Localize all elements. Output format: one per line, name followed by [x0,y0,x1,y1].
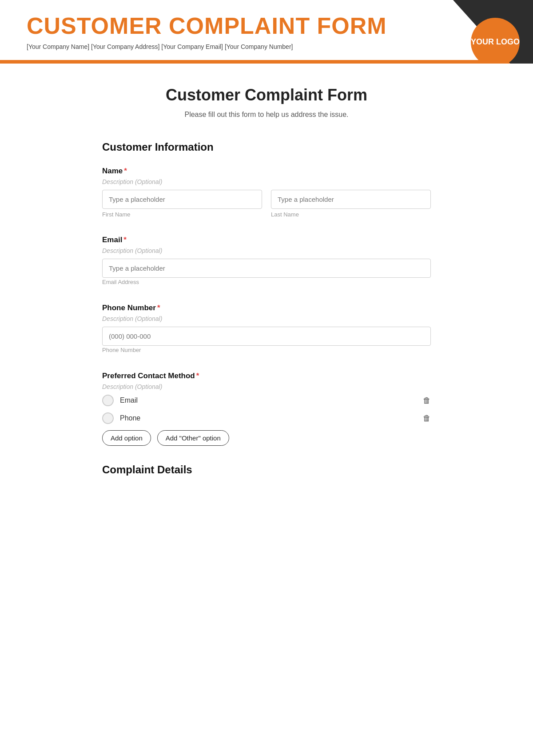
main-content: Customer Complaint Form Please fill out … [67,64,466,498]
first-name-sub-label: First Name [102,211,262,218]
name-required-star: * [124,167,127,175]
email-sub-label: Email Address [102,279,139,285]
email-label: Email* [102,236,431,244]
email-description: Description (Optional) [102,247,431,254]
delete-email-option-icon[interactable]: 🗑 [423,396,431,405]
phone-required-star: * [157,304,160,312]
add-option-row: Add option Add "Other" option [102,430,431,446]
name-input-row: First Name Last Name [102,190,431,218]
radio-circle-email[interactable] [102,395,114,406]
add-option-button[interactable]: Add option [102,430,151,446]
radio-option-phone: Phone 🗑 [102,412,431,424]
email-required-star: * [123,236,127,244]
company-logo: YOUR LOGO [471,18,520,64]
contact-method-label: Preferred Contact Method* [102,372,431,380]
field-email: Email* Description (Optional) Email Addr… [102,236,431,286]
radio-option-email: Email 🗑 [102,395,431,406]
contact-method-required-star: * [196,372,199,380]
section-heading-customer-info: Customer Information [102,141,431,153]
form-title: Customer Complaint Form [102,86,431,104]
contact-method-description: Description (Optional) [102,383,431,390]
form-subtitle: Please fill out this form to help us add… [102,111,431,119]
phone-input[interactable] [102,327,431,346]
phone-description: Description (Optional) [102,315,431,322]
page-title: CUSTOMER COMPLAINT FORM [27,13,387,39]
radio-label-email: Email [120,396,431,404]
page-header: CUSTOMER COMPLAINT FORM [Your Company Na… [0,0,533,64]
name-label: Name* [102,167,431,176]
company-info: [Your Company Name] [Your Company Addres… [27,43,387,58]
first-name-input[interactable] [102,190,262,209]
last-name-sub-label: Last Name [271,211,431,218]
radio-label-phone: Phone [120,414,431,422]
field-name: Name* Description (Optional) First Name … [102,167,431,218]
delete-phone-option-icon[interactable]: 🗑 [423,414,431,423]
add-other-option-button[interactable]: Add "Other" option [157,430,229,446]
phone-sub-label: Phone Number [102,347,141,353]
email-input[interactable] [102,259,431,278]
first-name-wrapper: First Name [102,190,262,218]
radio-circle-phone[interactable] [102,412,114,424]
last-name-wrapper: Last Name [271,190,431,218]
name-description: Description (Optional) [102,178,431,185]
field-phone: Phone Number* Description (Optional) Pho… [102,304,431,354]
section-heading-complaint-details: Complaint Details [102,464,431,476]
field-contact-method: Preferred Contact Method* Description (O… [102,372,431,446]
last-name-input[interactable] [271,190,431,209]
phone-label: Phone Number* [102,304,431,312]
